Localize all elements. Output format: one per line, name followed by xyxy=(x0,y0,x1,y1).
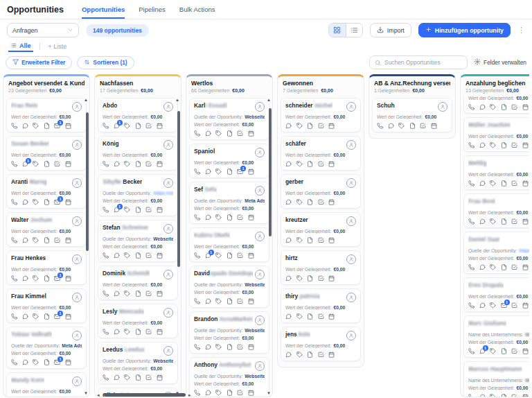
scroll-right-icon[interactable]: ▸ xyxy=(188,392,191,397)
chat-action-icon[interactable] xyxy=(479,104,486,110)
opportunity-card[interactable]: schäferWert der Gelegenheit:€0,00 xyxy=(281,136,361,171)
calendar-action-icon[interactable] xyxy=(248,390,254,396)
tag-action-icon[interactable] xyxy=(215,298,222,304)
calendar-action-icon[interactable] xyxy=(522,142,529,148)
phone-action-icon[interactable] xyxy=(468,218,475,225)
tag-action-icon[interactable] xyxy=(296,199,303,205)
check-action-icon[interactable] xyxy=(318,275,324,282)
scroll-down-icon[interactable]: ▼ xyxy=(267,391,271,395)
tag-action-icon[interactable] xyxy=(124,252,130,259)
tag-action-icon[interactable] xyxy=(33,313,39,320)
chat-action-icon[interactable] xyxy=(205,130,211,137)
file-action-icon[interactable] xyxy=(227,344,233,350)
tag-action-icon[interactable] xyxy=(296,275,303,282)
check-action-icon[interactable] xyxy=(145,207,152,213)
check-action-icon[interactable] xyxy=(54,237,60,243)
opportunity-card[interactable]: Müller JoachimWert der Gelegenheit:€0,00 xyxy=(463,117,529,152)
phone-action-icon[interactable] xyxy=(468,348,475,354)
scroll-up-icon[interactable]: ▲ xyxy=(175,98,179,102)
opportunity-card[interactable]: MehligWert der Gelegenheit:€0,00 xyxy=(463,155,529,190)
opportunity-card[interactable]: AbdoWert der Gelegenheit:€0,001 xyxy=(98,98,178,132)
file-action-icon[interactable] xyxy=(227,298,233,304)
phone-action-icon[interactable] xyxy=(468,264,475,270)
opportunity-card[interactable]: Tobias VollrathQuelle der Opportunity:Me… xyxy=(6,327,87,369)
chat-action-icon[interactable]: 1 xyxy=(114,207,120,213)
file-action-icon[interactable] xyxy=(44,275,50,282)
chat-action-icon[interactable] xyxy=(479,394,486,397)
tag-action-icon[interactable] xyxy=(490,394,496,397)
file-action-icon[interactable] xyxy=(44,123,50,129)
phone-action-icon[interactable] xyxy=(468,394,475,397)
chat-action-icon[interactable] xyxy=(285,237,292,243)
phone-action-icon[interactable] xyxy=(194,130,200,137)
chat-action-icon[interactable] xyxy=(114,291,120,297)
chat-action-icon[interactable] xyxy=(22,237,28,243)
calendar-action-icon[interactable] xyxy=(65,199,71,205)
file-action-icon[interactable] xyxy=(307,237,313,243)
phone-action-icon[interactable] xyxy=(194,252,200,259)
opportunity-card[interactable]: Sibylle BeckerQuelle der Opportunity:htt… xyxy=(98,174,178,216)
phone-action-icon[interactable] xyxy=(194,344,200,350)
tag-action-icon[interactable] xyxy=(490,180,496,187)
calendar-action-icon[interactable] xyxy=(65,275,71,282)
file-action-icon[interactable] xyxy=(307,275,313,282)
file-action-icon[interactable] xyxy=(501,394,507,397)
check-action-icon[interactable] xyxy=(237,130,243,137)
opportunity-card[interactable]: Frau HenkesWert der Gelegenheit:€0,001 xyxy=(6,250,87,285)
tab-opportunities[interactable]: Opportunities xyxy=(82,0,125,19)
file-action-icon[interactable] xyxy=(44,161,50,167)
file-action-icon[interactable] xyxy=(307,161,313,167)
tag-action-icon[interactable] xyxy=(398,123,405,129)
file-action-icon[interactable] xyxy=(135,252,141,259)
opportunity-card[interactable]: Anthony AnthonyliutQuelle der Opportunit… xyxy=(189,357,269,397)
tag-action-icon[interactable] xyxy=(124,374,130,381)
calendar-action-icon[interactable] xyxy=(522,218,529,225)
phone-action-icon[interactable] xyxy=(103,252,109,259)
sort-button[interactable]: Sortieren (1) xyxy=(77,56,134,69)
phone-action-icon[interactable] xyxy=(103,207,109,213)
calendar-action-icon[interactable] xyxy=(157,329,163,335)
opportunity-card[interactable]: Walter JochumWert der Gelegenheit:€0,00 xyxy=(6,212,87,247)
check-action-icon[interactable] xyxy=(145,123,152,129)
opportunity-card[interactable]: KönigWert der Gelegenheit:€0,00 xyxy=(98,136,178,171)
check-action-icon[interactable] xyxy=(237,344,243,350)
check-action-icon[interactable] xyxy=(511,394,517,397)
phone-action-icon[interactable] xyxy=(11,123,17,129)
opportunity-card[interactable]: Mandy KornWert der Gelegenheit:€0,00 xyxy=(6,372,87,397)
opportunity-card[interactable]: SpaniolWert der Gelegenheit:€0,001 xyxy=(189,144,269,178)
calendar-action-icon[interactable] xyxy=(157,207,163,213)
chat-action-icon[interactable] xyxy=(479,218,486,225)
opportunity-card[interactable]: SchuhWert der Gelegenheit:€0,00 xyxy=(372,98,452,132)
calendar-action-icon[interactable] xyxy=(522,104,529,110)
opportunity-card[interactable]: Susan BeckerWert der Gelegenheit:€0,001 xyxy=(6,136,87,171)
advanced-filter-button[interactable]: Erweiterte Filter xyxy=(6,56,72,69)
chat-action-icon[interactable] xyxy=(205,168,211,175)
chat-action-icon[interactable]: 1 xyxy=(22,161,28,167)
opportunity-card[interactable]: Marcus HauptmannName des Unternehmens:Ma… xyxy=(463,361,529,397)
opportunity-card[interactable]: Leedus LeedusQuelle der Opportunity:Webs… xyxy=(98,342,178,384)
phone-action-icon[interactable] xyxy=(194,168,200,175)
calendar-action-icon[interactable] xyxy=(328,161,335,167)
file-action-icon[interactable] xyxy=(227,390,233,396)
chat-action-icon[interactable] xyxy=(22,199,28,205)
calendar-action-icon[interactable] xyxy=(157,374,163,381)
check-action-icon[interactable] xyxy=(318,352,324,358)
tag-action-icon[interactable] xyxy=(215,214,222,220)
file-action-icon[interactable] xyxy=(307,313,313,320)
chat-action-icon[interactable] xyxy=(285,161,292,167)
tag-action-icon[interactable] xyxy=(490,142,496,148)
file-action-icon[interactable] xyxy=(44,199,50,205)
phone-action-icon[interactable] xyxy=(103,291,109,297)
tag-action-icon[interactable] xyxy=(33,237,39,243)
chat-action-icon[interactable] xyxy=(479,302,486,309)
check-action-icon[interactable] xyxy=(318,199,324,205)
chat-action-icon[interactable] xyxy=(22,359,28,365)
file-action-icon[interactable] xyxy=(44,237,50,243)
check-action-icon[interactable] xyxy=(145,329,152,335)
tag-action-icon[interactable] xyxy=(124,123,130,129)
tag-action-icon[interactable] xyxy=(490,104,496,110)
calendar-action-icon[interactable] xyxy=(248,298,254,304)
calendar-action-icon[interactable] xyxy=(157,161,163,167)
chat-action-icon[interactable] xyxy=(114,252,120,259)
calendar-action-icon[interactable] xyxy=(248,130,254,137)
